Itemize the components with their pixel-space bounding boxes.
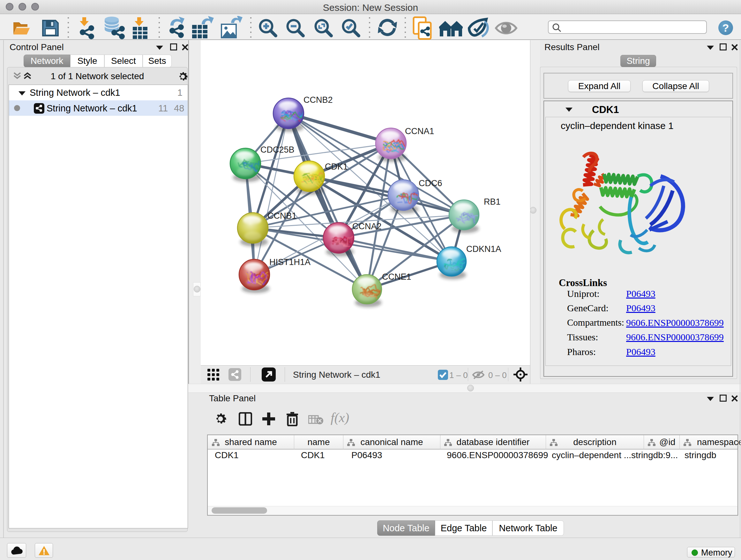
svg-text:CDKN1A: CDKN1A	[466, 244, 501, 254]
svg-text:CDC25B: CDC25B	[260, 145, 294, 154]
svg-text:RB1: RB1	[484, 197, 501, 206]
svg-text:HIST1H1A: HIST1H1A	[269, 257, 311, 267]
svg-text:CCNB2: CCNB2	[304, 95, 333, 105]
svg-text:CDC6: CDC6	[419, 179, 442, 188]
svg-text:CCNB1: CCNB1	[267, 211, 297, 221]
svg-text:CCNA1: CCNA1	[405, 126, 434, 136]
svg-text:CDK1: CDK1	[325, 162, 348, 172]
svg-text:CCNE1: CCNE1	[382, 272, 411, 282]
svg-text:CCNA2: CCNA2	[352, 222, 382, 231]
